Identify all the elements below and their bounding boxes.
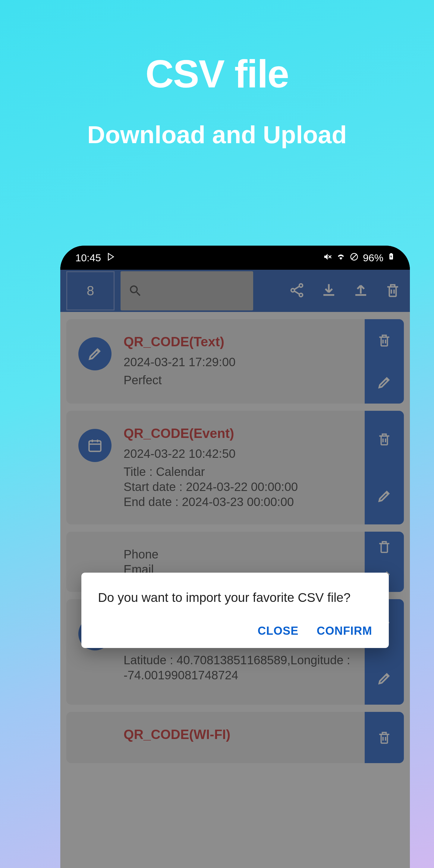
delete-button[interactable] bbox=[365, 319, 404, 361]
edit-button[interactable] bbox=[365, 361, 404, 404]
play-store-icon bbox=[106, 252, 116, 264]
record-date: 2024-03-22 10:42:50 bbox=[124, 447, 365, 461]
edit-button[interactable] bbox=[365, 468, 404, 525]
status-time: 10:45 bbox=[75, 252, 101, 264]
svg-line-8 bbox=[294, 291, 300, 294]
battery-icon bbox=[388, 251, 395, 264]
record-desc: Title : Calendar Start date : 2024-03-22… bbox=[124, 464, 365, 509]
download-icon[interactable] bbox=[321, 282, 337, 300]
promo-title: CSV file bbox=[0, 0, 434, 96]
trash-icon[interactable] bbox=[384, 282, 401, 300]
app-screen: 8 bbox=[60, 270, 410, 868]
record-card[interactable]: QR_CODE(Text) 2024-03-21 17:29:00 Perfec… bbox=[66, 319, 404, 404]
confirm-button[interactable]: CONFIRM bbox=[317, 624, 372, 638]
svg-line-1 bbox=[351, 254, 357, 259]
delete-button[interactable] bbox=[365, 712, 404, 763]
record-card[interactable]: QR_CODE(Event) 2024-03-22 10:42:50 Title… bbox=[66, 411, 404, 524]
record-desc: Perfect bbox=[124, 373, 365, 388]
record-title: QR_CODE(Text) bbox=[124, 334, 365, 349]
import-dialog: Do you want to import your favorite CSV … bbox=[82, 572, 389, 648]
status-bar: 10:45 96% bbox=[60, 246, 410, 270]
mute-icon bbox=[323, 252, 332, 264]
delete-button[interactable] bbox=[365, 532, 404, 562]
search-input[interactable] bbox=[121, 271, 253, 310]
share-icon[interactable] bbox=[289, 282, 305, 300]
svg-rect-9 bbox=[89, 441, 101, 452]
record-desc: Latitude : 40.70813851168589,Longitude :… bbox=[124, 652, 365, 683]
record-desc: Phone Email bbox=[124, 547, 365, 577]
edit-button[interactable] bbox=[365, 652, 404, 705]
svg-rect-3 bbox=[390, 253, 392, 254]
search-icon bbox=[128, 284, 143, 298]
battery-percent: 96% bbox=[363, 252, 383, 264]
record-date: 2024-03-21 17:29:00 bbox=[124, 355, 365, 369]
upload-icon[interactable] bbox=[352, 282, 369, 300]
record-title: QR_CODE(Event) bbox=[124, 426, 365, 441]
record-title: QR_CODE(WI-FI) bbox=[124, 727, 365, 742]
promo-subtitle: Download and Upload bbox=[0, 121, 434, 149]
wifi-icon bbox=[336, 252, 345, 264]
phone-frame: 10:45 96% 8 bbox=[60, 246, 410, 868]
record-card[interactable]: QR_CODE(WI-FI) bbox=[66, 712, 404, 763]
no-signal-icon bbox=[350, 252, 359, 264]
svg-line-7 bbox=[294, 286, 300, 290]
record-count[interactable]: 8 bbox=[66, 271, 115, 310]
close-button[interactable]: CLOSE bbox=[258, 624, 299, 638]
top-toolbar: 8 bbox=[60, 270, 410, 312]
pencil-icon bbox=[79, 337, 112, 370]
dialog-message: Do you want to import your favorite CSV … bbox=[98, 589, 372, 607]
delete-button[interactable] bbox=[365, 411, 404, 468]
calendar-icon bbox=[79, 429, 112, 462]
